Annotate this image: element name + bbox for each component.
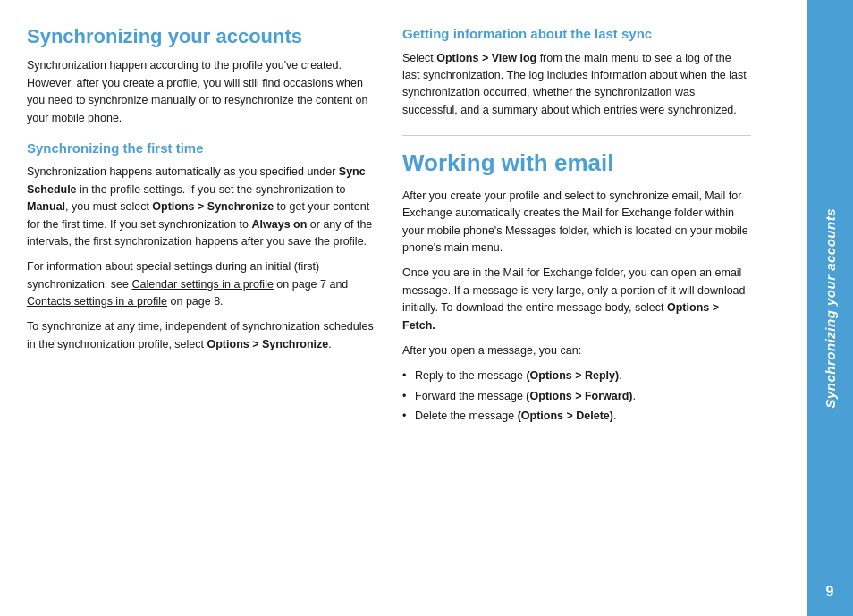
- sync-schedule-bold: Sync Schedule: [27, 165, 366, 195]
- forward-bold: (Options > Forward): [526, 390, 632, 402]
- options-synchronize-bold1: Options > Synchronize: [152, 200, 274, 213]
- working-email-para1: After you create your profile and select…: [402, 188, 751, 257]
- reply-bold: (Options > Reply): [526, 369, 619, 382]
- bullet-item-forward: Forward the message (Options > Forward).: [402, 388, 751, 405]
- delete-bold: (Options > Delete): [518, 409, 613, 422]
- section-divider: [402, 135, 751, 136]
- getting-info-paragraph: Select Options > View log from the main …: [402, 50, 751, 120]
- intro-paragraph: Synchronization happen according to the …: [27, 57, 376, 127]
- left-column: Synchronizing your accounts Synchronizat…: [27, 25, 376, 591]
- sync-first-time-para3: To synchronize at any time, independent …: [27, 318, 376, 353]
- working-email-title: Working with email: [402, 150, 751, 177]
- manual-bold: Manual: [27, 200, 65, 213]
- bullet-list: Reply to the message (Options > Reply). …: [402, 367, 751, 425]
- options-fetch-bold: Options > Fetch.: [402, 301, 719, 331]
- working-email-para2: Once you are in the Mail for Exchange fo…: [402, 265, 751, 334]
- sync-first-time-para2: For information about special settings d…: [27, 258, 376, 310]
- sync-first-time-para1: Synchronization happens automatically as…: [27, 164, 376, 250]
- working-email-para3: After you open a message, you can:: [402, 342, 751, 359]
- options-synchronize-bold2: Options > Synchronize: [207, 338, 329, 350]
- sidebar-label: Synchronizing your accounts: [823, 208, 838, 409]
- bullet-item-delete: Delete the message (Options > Delete).: [402, 408, 751, 425]
- getting-info-title: Getting information about the last sync: [402, 25, 751, 43]
- subsection-title: Synchronizing the first time: [27, 139, 376, 157]
- main-content: Synchronizing your accounts Synchronizat…: [0, 0, 807, 616]
- calendar-settings-link: Calendar settings in a profile: [131, 278, 273, 291]
- sidebar: Synchronizing your accounts 9: [807, 0, 853, 616]
- page-number: 9: [826, 584, 834, 600]
- main-section-title: Synchronizing your accounts: [27, 25, 376, 48]
- always-on-bold: Always on: [252, 218, 308, 231]
- contacts-settings-link: Contacts settings in a profile: [27, 295, 167, 308]
- right-column: Getting information about the last sync …: [402, 25, 751, 591]
- bullet-item-reply: Reply to the message (Options > Reply).: [402, 367, 751, 384]
- page-container: Synchronizing your accounts Synchronizat…: [0, 0, 853, 616]
- options-view-log-bold: Options > View log: [436, 52, 536, 64]
